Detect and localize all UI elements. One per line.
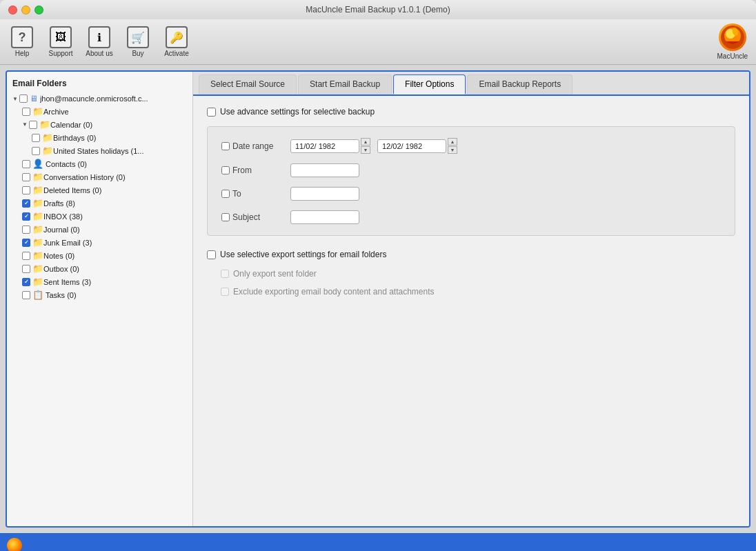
checkbox-account[interactable] [19, 94, 28, 103]
date-range-row: Date range ▲ ▼ ▲ [221, 138, 721, 154]
contacts-label: Contacts (0) [46, 160, 87, 168]
checkbox-inbox[interactable] [22, 212, 30, 221]
tree-item-deleted[interactable]: 📁 Deleted Items (0) [7, 183, 192, 197]
exclude-body-label[interactable]: Exclude exporting email body content and… [233, 287, 435, 297]
minimize-button[interactable] [21, 6, 30, 14]
activate-button[interactable]: 🔑 Activate [163, 26, 190, 57]
to-input[interactable] [290, 187, 359, 201]
checkbox-contacts[interactable] [22, 160, 30, 168]
date-range-label[interactable]: Date range [232, 141, 273, 151]
notes-label: Notes (0) [43, 252, 74, 260]
checkbox-notes[interactable] [22, 252, 30, 260]
tree-item-sent[interactable]: 📁 Sent Items (3) [7, 275, 192, 288]
to-checkbox[interactable] [221, 190, 230, 198]
tree-item-archive[interactable]: 📁 Archive [7, 105, 192, 118]
checkbox-archive[interactable] [22, 108, 30, 116]
folder-notes-icon: 📁 [32, 250, 43, 261]
tree-item-us-holidays[interactable]: 📁 United States holidays (1... [7, 144, 192, 157]
folder-holidays-icon: 📁 [42, 146, 53, 156]
advance-settings-checkbox[interactable] [207, 108, 216, 117]
checkbox-junk[interactable] [22, 239, 30, 247]
subject-label[interactable]: Subject [232, 212, 260, 222]
junk-label: Junk Email (3) [43, 239, 92, 247]
account-label: jhon@macuncle.onmicrosoft.c... [40, 94, 148, 103]
tab-select-source[interactable]: Select Email Source [199, 74, 297, 94]
only-sent-checkbox[interactable] [221, 270, 229, 278]
tab-filter-options[interactable]: Filter Options [393, 74, 466, 94]
to-row: To [221, 187, 721, 201]
window-controls [8, 6, 43, 14]
tree-item-account[interactable]: ▼ 🖥 jhon@macuncle.onmicrosoft.c... [7, 92, 192, 105]
tree-item-junk[interactable]: 📁 Junk Email (3) [7, 236, 192, 249]
checkbox-conv-history[interactable] [22, 173, 30, 181]
toolbar: ? Help 🖼 Support ℹ About us 🛒 Buy 🔑 Acti… [0, 19, 756, 65]
subject-checkbox[interactable] [221, 213, 230, 221]
checkbox-sent[interactable] [22, 278, 30, 286]
folder-outbox-icon: 📁 [32, 263, 43, 274]
support-icon: 🖼 [50, 26, 72, 48]
us-holidays-label: United States holidays (1... [53, 147, 143, 155]
main-content: Email Folders ▼ 🖥 jhon@macuncle.onmicros… [0, 65, 756, 533]
folder-journal-icon: 📁 [32, 224, 43, 234]
left-panel-title: Email Folders [7, 76, 192, 92]
tree-item-notes[interactable]: 📁 Notes (0) [7, 249, 192, 262]
from-checkbox[interactable] [221, 166, 230, 174]
subject-input[interactable] [290, 210, 359, 224]
date-to-input[interactable] [377, 139, 446, 153]
tree-item-drafts[interactable]: 📁 Drafts (8) [7, 197, 192, 210]
export-settings-checkbox[interactable] [207, 250, 216, 259]
activate-icon: 🔑 [166, 26, 188, 48]
tree-item-journal[interactable]: 📁 Journal (0) [7, 223, 192, 236]
tree-item-calendar[interactable]: ▼ 📁 Calendar (0) [7, 118, 192, 131]
tree-item-contacts[interactable]: 👤 Contacts (0) [7, 157, 192, 170]
checkbox-birthdays[interactable] [32, 134, 40, 142]
help-button[interactable]: ? Help [8, 26, 36, 57]
checkbox-deleted[interactable] [22, 186, 30, 194]
tree-item-birthdays[interactable]: 📁 Birthdays (0) [7, 131, 192, 144]
tree-item-tasks[interactable]: 📋 Tasks (0) [7, 288, 192, 301]
tree-item-inbox[interactable]: 📁 INBOX (38) [7, 210, 192, 223]
buy-button[interactable]: 🛒 Buy [124, 26, 152, 57]
titlebar: MacUncle Email Backup v1.0.1 (Demo) [0, 0, 756, 19]
date-from-input[interactable] [290, 139, 359, 153]
support-button[interactable]: 🖼 Support [47, 26, 74, 57]
date-from-down-arrow[interactable]: ▼ [361, 146, 370, 154]
subject-row: Subject [221, 210, 721, 224]
folder-birthdays-icon: 📁 [42, 132, 53, 143]
bottom-bar [0, 533, 756, 551]
expand-triangle: ▼ [12, 96, 18, 102]
tab-start-backup[interactable]: Start Email Backup [298, 74, 392, 94]
from-input[interactable] [290, 163, 359, 177]
macuncle-logo [719, 23, 746, 51]
tab-backup-reports[interactable]: Email Backup Reports [467, 74, 573, 94]
panel-body: Use advance settings for selective backu… [193, 96, 749, 526]
checkbox-calendar[interactable] [29, 121, 37, 129]
checkbox-drafts[interactable] [22, 199, 30, 208]
date-from-up-arrow[interactable]: ▲ [361, 138, 370, 146]
exclude-body-checkbox[interactable] [221, 288, 229, 296]
advance-settings-label[interactable]: Use advance settings for selective backu… [220, 107, 375, 117]
from-label[interactable]: From [232, 166, 252, 175]
export-settings-label[interactable]: Use selective export settings for email … [220, 250, 386, 259]
close-button[interactable] [8, 6, 17, 14]
archive-label: Archive [43, 108, 69, 116]
only-sent-label[interactable]: Only export sent folder [233, 269, 317, 279]
folder-calendar-icon: 📁 [39, 119, 50, 130]
about-button[interactable]: ℹ About us [86, 26, 113, 57]
date-range-checkbox[interactable] [221, 142, 230, 150]
about-label: About us [86, 50, 112, 57]
checkbox-outbox[interactable] [22, 265, 30, 273]
date-to-down-arrow[interactable]: ▼ [448, 146, 457, 154]
tree-item-outbox[interactable]: 📁 Outbox (0) [7, 262, 192, 275]
checkbox-tasks[interactable] [22, 291, 30, 299]
checkbox-us-holidays[interactable] [32, 147, 40, 155]
folder-sent-icon: 📁 [32, 277, 43, 287]
to-label[interactable]: To [232, 189, 241, 199]
tab-bar: Select Email Source Start Email Backup F… [193, 72, 749, 96]
tree-item-conv-history[interactable]: 📁 Conversation History (0) [7, 170, 192, 183]
help-label: Help [15, 50, 30, 57]
checkbox-journal[interactable] [22, 226, 30, 234]
date-to-up-arrow[interactable]: ▲ [448, 138, 457, 146]
export-settings-row: Use selective export settings for email … [207, 250, 735, 259]
maximize-button[interactable] [34, 6, 43, 14]
